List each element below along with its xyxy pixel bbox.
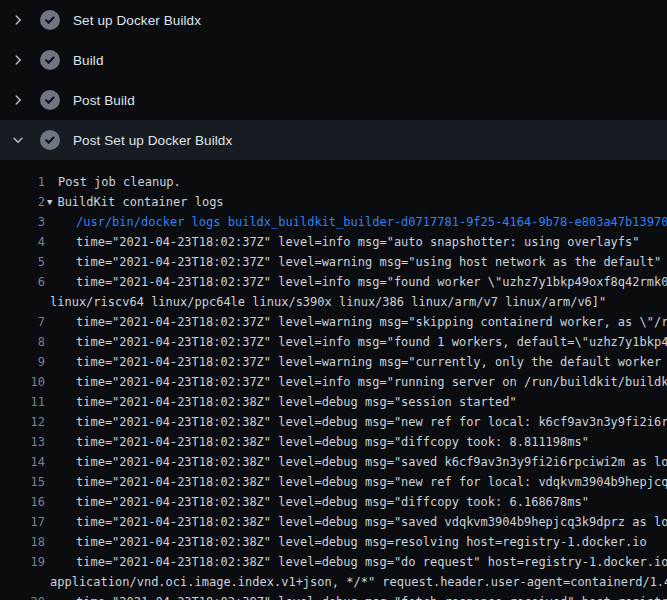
steps-list: Set up Docker BuildxBuildPost BuildPost …: [0, 0, 667, 160]
log-text: time="2021-04-23T18:02:37Z" level=info m…: [76, 332, 667, 352]
log-text: time="2021-04-23T18:02:38Z" level=debug …: [76, 432, 589, 452]
check-circle-icon: [40, 130, 60, 150]
log-text: time="2021-04-23T18:02:37Z" level=warnin…: [76, 312, 667, 332]
log-line: 2▼BuildKit container logs: [0, 192, 667, 212]
check-circle-icon: [40, 10, 60, 30]
log-line: 6time="2021-04-23T18:02:37Z" level=info …: [0, 272, 667, 292]
log-line: 9time="2021-04-23T18:02:37Z" level=warni…: [0, 352, 667, 372]
step-header-post-set-up-docker-buildx[interactable]: Post Set up Docker Buildx: [0, 120, 667, 160]
step-label: Post Set up Docker Buildx: [73, 133, 232, 148]
line-number[interactable]: 17: [0, 512, 45, 532]
line-number: [0, 292, 45, 312]
log-line: 15time="2021-04-23T18:02:38Z" level=debu…: [0, 472, 667, 492]
actions-log-viewer: Set up Docker BuildxBuildPost BuildPost …: [0, 0, 667, 600]
line-number[interactable]: 13: [0, 432, 45, 452]
step-header-set-up-docker-buildx[interactable]: Set up Docker Buildx: [0, 0, 667, 40]
log-line: 12time="2021-04-23T18:02:38Z" level=debu…: [0, 412, 667, 432]
chevron-right-icon: [10, 12, 26, 28]
log-text: time="2021-04-23T18:02:38Z" level=debug …: [76, 552, 667, 572]
log-text: time="2021-04-23T18:02:38Z" level=debug …: [76, 452, 667, 472]
step-label: Build: [73, 53, 104, 68]
log-text: time="2021-04-23T18:02:37Z" level=info m…: [76, 272, 667, 292]
check-circle-icon: [40, 90, 60, 110]
log-line: 14time="2021-04-23T18:02:38Z" level=debu…: [0, 452, 667, 472]
log-command-text: /usr/bin/docker logs buildx_buildkit_bui…: [76, 212, 667, 232]
log-line: 11time="2021-04-23T18:02:38Z" level=debu…: [0, 392, 667, 412]
log-text[interactable]: ▼BuildKit container logs: [47, 192, 224, 212]
log-text: time="2021-04-23T18:02:38Z" level=debug …: [76, 492, 589, 512]
line-number[interactable]: 16: [0, 492, 45, 512]
log-line: 19time="2021-04-23T18:02:38Z" level=debu…: [0, 552, 667, 572]
log-text: time="2021-04-23T18:02:38Z" level=debug …: [76, 512, 667, 532]
line-number[interactable]: 6: [0, 272, 45, 292]
log-line: 1Post job cleanup.: [0, 172, 667, 192]
log-line: 13time="2021-04-23T18:02:38Z" level=debu…: [0, 432, 667, 452]
line-number[interactable]: 12: [0, 412, 45, 432]
log-line-continuation: application/vnd.oci.image.index.v1+json,…: [0, 572, 667, 592]
log-line: 18time="2021-04-23T18:02:38Z" level=debu…: [0, 532, 667, 552]
log-text: time="2021-04-23T18:02:38Z" level=debug …: [76, 592, 667, 600]
line-number[interactable]: 2: [0, 192, 45, 212]
step-label: Set up Docker Buildx: [73, 13, 201, 28]
step-label: Post Build: [73, 93, 135, 108]
log-text: time="2021-04-23T18:02:38Z" level=debug …: [76, 532, 647, 552]
chevron-down-icon: [10, 132, 26, 148]
log-line-continuation: linux/riscv64 linux/ppc64le linux/s390x …: [0, 292, 667, 312]
log-text: time="2021-04-23T18:02:38Z" level=debug …: [76, 472, 667, 492]
log-line: 7time="2021-04-23T18:02:37Z" level=warni…: [0, 312, 667, 332]
log-line: 4time="2021-04-23T18:02:37Z" level=info …: [0, 232, 667, 252]
log-text: application/vnd.oci.image.index.v1+json,…: [50, 572, 667, 592]
log-line: 16time="2021-04-23T18:02:38Z" level=debu…: [0, 492, 667, 512]
line-number[interactable]: 8: [0, 332, 45, 352]
log-line: 10time="2021-04-23T18:02:37Z" level=info…: [0, 372, 667, 392]
step-header-post-build[interactable]: Post Build: [0, 80, 667, 120]
log-line: 5time="2021-04-23T18:02:37Z" level=warni…: [0, 252, 667, 272]
line-number[interactable]: 3: [0, 212, 45, 232]
group-toggle-icon[interactable]: ▼: [47, 192, 52, 212]
log-text: time="2021-04-23T18:02:38Z" level=debug …: [76, 392, 517, 412]
log-text: time="2021-04-23T18:02:37Z" level=info m…: [76, 232, 640, 252]
line-number[interactable]: 19: [0, 552, 45, 572]
log-text: linux/riscv64 linux/ppc64le linux/s390x …: [50, 292, 606, 312]
line-number[interactable]: 15: [0, 472, 45, 492]
line-number[interactable]: 20: [0, 592, 45, 600]
line-number[interactable]: 10: [0, 372, 45, 392]
line-number[interactable]: 5: [0, 252, 45, 272]
line-number: [0, 572, 45, 592]
chevron-right-icon: [10, 92, 26, 108]
log-text: Post job cleanup.: [58, 172, 181, 192]
line-number[interactable]: 1: [0, 172, 45, 192]
step-header-build[interactable]: Build: [0, 40, 667, 80]
line-number[interactable]: 18: [0, 532, 45, 552]
log-line: 8time="2021-04-23T18:02:37Z" level=info …: [0, 332, 667, 352]
line-number[interactable]: 4: [0, 232, 45, 252]
log-line: 20time="2021-04-23T18:02:38Z" level=debu…: [0, 592, 667, 600]
log-line: 3/usr/bin/docker logs buildx_buildkit_bu…: [0, 212, 667, 232]
check-circle-icon: [40, 50, 60, 70]
log-text: time="2021-04-23T18:02:37Z" level=info m…: [76, 372, 667, 392]
log-line: 17time="2021-04-23T18:02:38Z" level=debu…: [0, 512, 667, 532]
chevron-right-icon: [10, 52, 26, 68]
line-number[interactable]: 14: [0, 452, 45, 472]
line-number[interactable]: 11: [0, 392, 45, 412]
log-text: time="2021-04-23T18:02:37Z" level=warnin…: [76, 252, 661, 272]
line-number[interactable]: 9: [0, 352, 45, 372]
log-area: 1Post job cleanup.2▼BuildKit container l…: [0, 160, 667, 600]
log-text: time="2021-04-23T18:02:38Z" level=debug …: [76, 412, 667, 432]
log-text: time="2021-04-23T18:02:37Z" level=warnin…: [76, 352, 667, 372]
line-number[interactable]: 7: [0, 312, 45, 332]
